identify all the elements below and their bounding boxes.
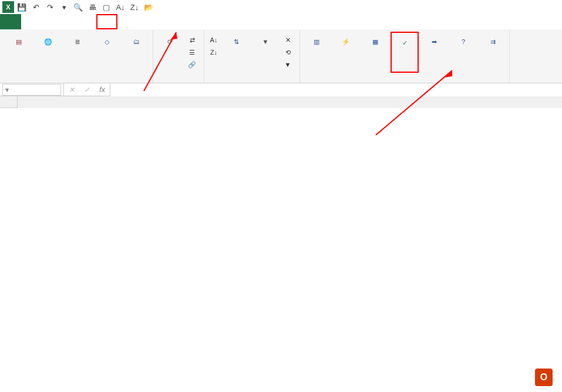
access-icon: ▤ (9, 33, 28, 52)
preview-icon[interactable]: 🔍 (72, 1, 85, 13)
undo-icon[interactable]: ↶ (29, 1, 42, 13)
edit-links-button[interactable]: 🔗 (185, 59, 201, 70)
redo-icon[interactable]: ↷ (43, 1, 56, 13)
connections-button[interactable]: ⇄ (185, 34, 201, 46)
excel-logo-icon: X (2, 1, 14, 13)
clear-icon: ✕ (283, 35, 292, 45)
existing-connections-button[interactable]: 🗂 (122, 32, 150, 73)
from-text-button[interactable]: 🗎 (63, 32, 92, 73)
advanced-icon: ▼ (283, 60, 292, 69)
whatif-button[interactable]: ? (449, 32, 477, 73)
from-web-button[interactable]: 🌐 (34, 32, 62, 73)
edit-links-icon: 🔗 (187, 60, 197, 69)
flash-fill-icon: ⚡ (336, 33, 355, 52)
connections-icon: ⇄ (187, 35, 197, 45)
save-icon[interactable]: 💾 (15, 1, 28, 13)
tab-home[interactable] (21, 14, 40, 29)
advanced-filter-button[interactable]: ▼ (281, 59, 297, 70)
existing-conn-icon: 🗂 (127, 33, 146, 52)
tab-data[interactable] (96, 14, 117, 29)
web-icon: 🌐 (39, 33, 58, 52)
data-validation-button[interactable]: ✓ (391, 32, 419, 73)
name-box-dropdown-icon[interactable]: ▾ (5, 86, 14, 94)
tab-insert[interactable] (40, 14, 59, 29)
tab-layout[interactable] (59, 14, 78, 29)
office-logo-icon: O (535, 369, 553, 386)
relationships-button[interactable]: ⇉ (479, 32, 507, 73)
flash-fill-button[interactable]: ⚡ (332, 32, 360, 73)
sort-desc-button[interactable]: Z↓ (207, 46, 221, 58)
sort-asc-icon[interactable]: A↓ (114, 1, 127, 13)
sort-asc-button[interactable]: A↓ (207, 34, 221, 46)
filter-icon: ▼ (256, 33, 275, 52)
sort-icon: ⇅ (227, 33, 245, 52)
relationships-icon: ⇉ (483, 33, 502, 52)
other-source-icon: ◇ (97, 33, 116, 52)
text-to-columns-button[interactable]: ▥ (302, 32, 331, 73)
print-icon[interactable]: 🖶 (86, 1, 99, 13)
reapply-button[interactable]: ⟲ (281, 46, 297, 58)
reapply-icon: ⟲ (283, 48, 292, 57)
whatif-icon: ? (454, 33, 473, 52)
text-icon: 🗎 (68, 33, 87, 52)
sort-desc-icon2: Z↓ (209, 48, 218, 57)
tab-review[interactable] (117, 14, 136, 29)
new-icon[interactable]: ▢ (100, 1, 113, 13)
refresh-all-button[interactable]: ⟳ (156, 32, 184, 73)
sort-button[interactable]: ⇅ (222, 32, 250, 73)
formula-input[interactable] (110, 83, 562, 96)
qat-dropdown-icon[interactable]: ▾ (58, 1, 70, 13)
spreadsheet-area[interactable] (0, 96, 562, 108)
tab-formulas[interactable] (78, 14, 96, 29)
clear-filter-button[interactable]: ✕ (281, 34, 297, 46)
filter-button[interactable]: ▼ (251, 32, 280, 73)
enter-formula-icon[interactable]: ✓ (79, 83, 95, 96)
sort-desc-icon[interactable]: Z↓ (128, 1, 141, 13)
refresh-icon: ⟳ (160, 33, 179, 52)
from-access-button[interactable]: ▤ (5, 32, 33, 73)
name-box[interactable]: ▾ (2, 84, 61, 96)
consolidate-icon: ➡ (425, 33, 443, 52)
fx-icon[interactable]: fx (95, 83, 110, 96)
open-icon[interactable]: 📂 (142, 1, 155, 13)
watermark: O (531, 369, 556, 386)
tab-file[interactable] (0, 14, 21, 29)
from-other-button[interactable]: ◇ (93, 32, 121, 73)
cancel-formula-icon[interactable]: ✕ (64, 83, 79, 96)
sort-asc-icon2: A↓ (209, 35, 218, 45)
data-validation-icon: ✓ (395, 34, 414, 53)
consolidate-button[interactable]: ➡ (420, 32, 448, 73)
text-to-cols-icon: ▥ (307, 33, 326, 52)
remove-duplicates-button[interactable]: ▦ (361, 32, 389, 73)
properties-button[interactable]: ☰ (185, 46, 201, 58)
remove-dup-icon: ▦ (366, 33, 385, 52)
properties-icon: ☰ (187, 48, 197, 57)
tab-view[interactable] (136, 14, 155, 29)
select-all-corner[interactable] (0, 96, 18, 108)
